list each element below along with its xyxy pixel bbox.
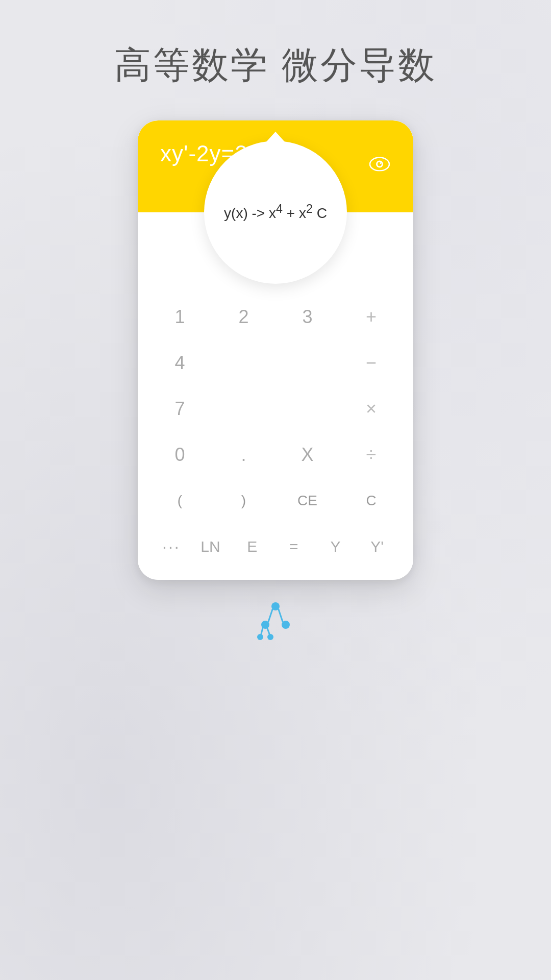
key-e[interactable]: E: [232, 524, 272, 570]
key-row-4: 0 . X ÷: [148, 432, 403, 478]
key-multiply[interactable]: ×: [346, 386, 397, 432]
page-title: 高等数学 微分导数: [114, 41, 437, 90]
key-y[interactable]: Y: [315, 524, 356, 570]
key-row-5: ( ) CE C: [148, 478, 403, 524]
key-3[interactable]: 3: [282, 294, 333, 340]
svg-point-8: [267, 634, 273, 640]
calculator-card: xy'-2y=2x^4 y(x) -> x4 + x2 C 1 2 3 +: [138, 120, 413, 580]
svg-point-3: [380, 162, 382, 164]
calc-header: xy'-2y=2x^4 y(x) -> x4 + x2 C: [138, 120, 413, 212]
svg-line-9: [268, 609, 272, 622]
tree-icon[interactable]: [255, 600, 296, 643]
key-row-3: 7 ×: [148, 386, 403, 432]
key-0[interactable]: 0: [155, 432, 206, 478]
key-dot[interactable]: .: [218, 432, 269, 478]
key-row-2: 4 −: [148, 340, 403, 386]
key-4[interactable]: 4: [155, 340, 206, 386]
key-equals[interactable]: =: [273, 524, 314, 570]
key-5[interactable]: [218, 340, 269, 386]
key-y-prime[interactable]: Y': [357, 524, 397, 570]
key-minus[interactable]: −: [346, 340, 397, 386]
key-open-paren[interactable]: (: [155, 478, 206, 524]
key-1[interactable]: 1: [155, 294, 206, 340]
key-6[interactable]: [282, 340, 333, 386]
key-more[interactable]: ···: [154, 524, 189, 570]
bottom-nav: [255, 580, 296, 674]
eye-button[interactable]: [368, 153, 391, 176]
result-bubble: y(x) -> x4 + x2 C: [204, 141, 347, 284]
key-x[interactable]: X: [282, 432, 333, 478]
key-ce[interactable]: CE: [282, 478, 333, 524]
svg-point-7: [257, 634, 263, 640]
svg-line-11: [261, 628, 263, 634]
key-8[interactable]: [218, 386, 269, 432]
key-7[interactable]: 7: [155, 386, 206, 432]
key-2[interactable]: 2: [218, 294, 269, 340]
key-9[interactable]: [282, 386, 333, 432]
key-row-1: 1 2 3 +: [148, 294, 403, 340]
key-c[interactable]: C: [346, 478, 397, 524]
key-plus[interactable]: +: [346, 294, 397, 340]
key-ln[interactable]: LN: [190, 524, 231, 570]
svg-line-10: [279, 609, 283, 622]
key-divide[interactable]: ÷: [346, 432, 397, 478]
key-row-6: ··· LN E = Y Y': [148, 524, 403, 570]
key-close-paren[interactable]: ): [218, 478, 269, 524]
result-text: y(x) -> x4 + x2 C: [219, 194, 332, 230]
svg-line-12: [267, 628, 269, 634]
